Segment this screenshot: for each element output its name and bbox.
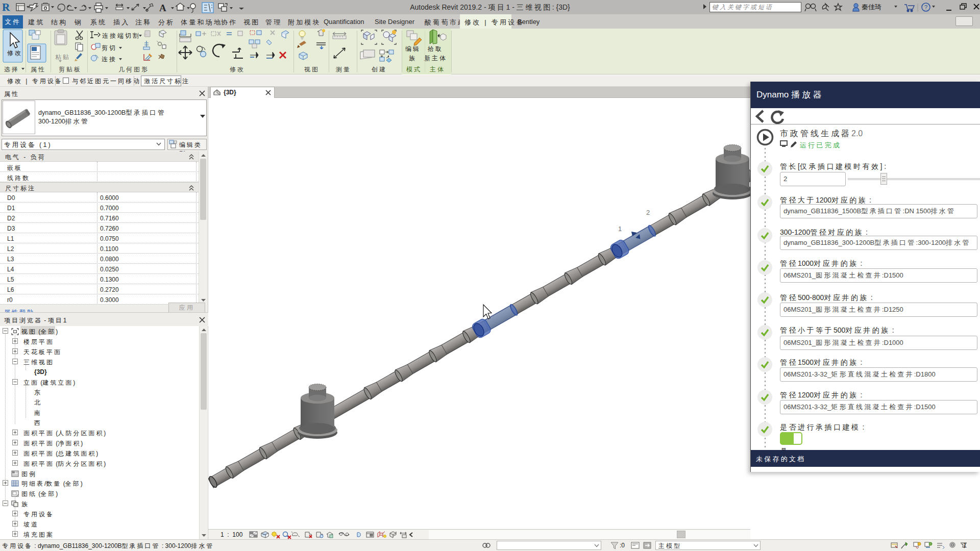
svg-text:1: 1 [618, 225, 622, 233]
svg-text:2: 2 [646, 209, 650, 216]
svg-text:秦佳琦: 秦佳琦 [862, 3, 881, 11]
svg-text:?: ? [924, 4, 927, 10]
